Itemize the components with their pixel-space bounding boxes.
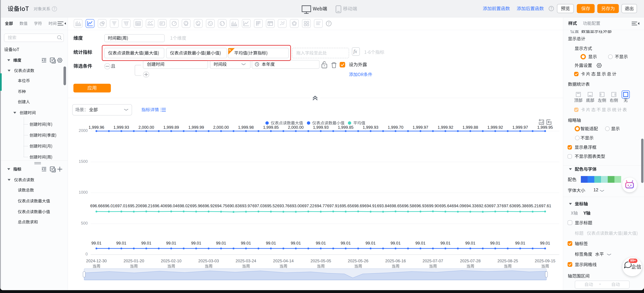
svg-text:CN: CN bbox=[196, 24, 200, 26]
svg-text:CN: CN bbox=[184, 24, 188, 26]
